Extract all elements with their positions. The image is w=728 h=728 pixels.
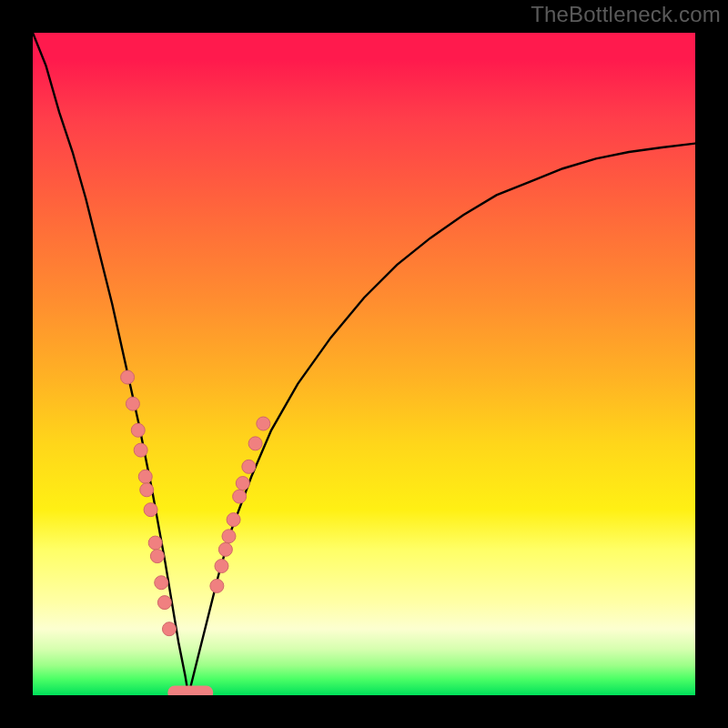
data-dot [157, 596, 171, 610]
data-dot [121, 370, 135, 384]
data-dot [257, 417, 270, 430]
data-dot [144, 503, 157, 517]
data-dot [150, 550, 164, 563]
chart-svg [33, 33, 695, 695]
data-dot [138, 470, 152, 483]
data-dot [233, 490, 247, 503]
data-dot [218, 542, 232, 556]
data-dot [236, 477, 249, 490]
data-dot [155, 576, 168, 590]
data-dot [222, 530, 236, 543]
dots-left-group [121, 370, 177, 636]
data-dot [148, 536, 162, 550]
data-dot [242, 460, 256, 473]
data-dot [215, 560, 228, 573]
watermark-text: TheBottleneck.com [531, 2, 721, 27]
data-dot [134, 443, 147, 457]
data-dot [140, 483, 154, 497]
data-dot [162, 622, 176, 636]
data-dot [227, 513, 240, 527]
bottleneck-curve [33, 33, 695, 695]
plot-area [33, 33, 695, 695]
chart-frame: TheBottleneck.com [0, 0, 728, 728]
data-dot [248, 437, 262, 450]
data-dot [126, 397, 139, 410]
data-dot [131, 423, 145, 437]
data-dot [210, 579, 224, 592]
